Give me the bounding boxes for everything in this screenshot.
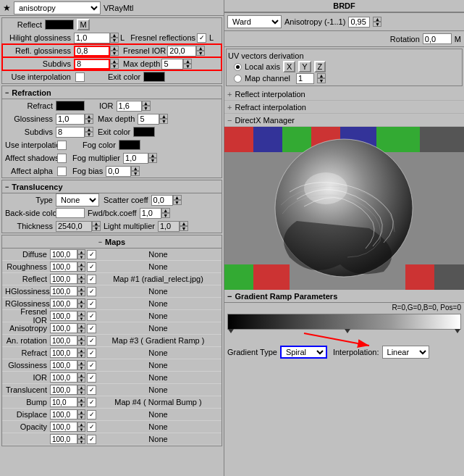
spinner-up[interactable]: ▲ [77, 409, 85, 414]
back-side-color[interactable] [56, 208, 85, 218]
refl-glossiness-input[interactable] [74, 46, 110, 57]
spinner-up[interactable]: ▲ [77, 348, 85, 353]
map-value-input[interactable] [50, 311, 77, 321]
directx-row[interactable]: − DirectX Manager [224, 114, 464, 127]
spinner-up[interactable]: ▲ [77, 286, 85, 291]
max-depth-r-input[interactable] [138, 114, 159, 125]
spinner-down[interactable]: ▼ [110, 38, 119, 43]
spinner-up[interactable]: ▲ [317, 73, 326, 78]
map-value-input[interactable] [50, 262, 77, 272]
spinner-up[interactable]: ▲ [173, 195, 182, 200]
map-checkbox[interactable]: ✓ [87, 262, 96, 272]
max-depth-input[interactable] [161, 59, 183, 70]
spinner-down[interactable]: ▼ [180, 226, 188, 231]
fog-bias-spinner[interactable]: ▲ ▼ [131, 166, 140, 176]
spinner-down[interactable]: ▼ [77, 254, 85, 259]
gloss-spinner[interactable]: ▲ ▼ [85, 114, 93, 124]
map-checkbox[interactable]: ✓ [87, 373, 96, 383]
exit-color-swatch[interactable] [143, 72, 165, 82]
map-value-input[interactable] [50, 434, 77, 444]
map-value-input[interactable] [50, 249, 77, 259]
map-value-input[interactable] [50, 409, 77, 419]
map-spinner[interactable]: ▲ ▼ [77, 360, 85, 370]
spinner-up[interactable]: ▲ [196, 46, 205, 51]
rotation-input[interactable] [423, 33, 452, 44]
spinner-up[interactable]: ▲ [110, 59, 119, 64]
map-spinner[interactable]: ▲ ▼ [77, 348, 85, 358]
map-checkbox[interactable]: ✓ [87, 435, 96, 444]
fresnel-ior-input[interactable] [167, 46, 196, 57]
use-interp-r-checkbox[interactable] [57, 141, 67, 150]
spinner-down[interactable]: ▼ [77, 353, 85, 358]
subdivs-r-spinner[interactable]: ▲ ▼ [85, 127, 93, 137]
spinner-down[interactable]: ▼ [110, 51, 119, 56]
spinner-up[interactable]: ▲ [92, 221, 101, 226]
map-spinner[interactable]: ▲ ▼ [77, 422, 85, 432]
map-name[interactable]: None [98, 287, 219, 296]
spinner-down[interactable]: ▼ [317, 78, 326, 83]
fog-mult-input[interactable] [123, 153, 148, 164]
type-select[interactable]: None [56, 193, 99, 206]
spinner-down[interactable]: ▼ [77, 390, 85, 395]
map-name[interactable]: None [98, 385, 219, 394]
spinner-down[interactable]: ▼ [77, 328, 85, 333]
map-name[interactable]: None [98, 299, 219, 308]
refract-interp-row[interactable]: + Refract interpolation [224, 101, 464, 114]
map-value-input[interactable] [50, 397, 77, 407]
map-spinner[interactable]: ▲ ▼ [77, 397, 85, 407]
map-name[interactable]: Map #1 (radial_relect.jpg) [98, 275, 219, 283]
spinner-down[interactable]: ▼ [77, 427, 85, 432]
map-name[interactable]: None [98, 348, 219, 357]
map-value-input[interactable] [50, 372, 77, 383]
map-name[interactable]: None [98, 435, 219, 443]
ward-dropdown[interactable]: Ward [227, 15, 282, 28]
spinner-up[interactable]: ▲ [77, 372, 85, 377]
spinner-down[interactable]: ▼ [77, 402, 85, 407]
map-spinner[interactable]: ▲ ▼ [77, 323, 85, 333]
max-depth-r-spinner[interactable]: ▲ ▼ [159, 114, 168, 124]
map-channel-input[interactable] [296, 73, 314, 84]
spinner-down[interactable]: ▼ [142, 106, 151, 111]
map-spinner[interactable]: ▲ ▼ [77, 409, 85, 419]
spinner-up[interactable]: ▲ [183, 59, 192, 64]
reflect-color[interactable] [45, 20, 74, 30]
map-spinner[interactable]: ▲ ▼ [77, 335, 85, 346]
ior-spinner[interactable]: ▲ ▼ [142, 101, 151, 111]
map-name[interactable]: None [98, 324, 219, 333]
spinner-up[interactable]: ▲ [131, 166, 140, 171]
thickness-spinner[interactable]: ▲ ▼ [92, 221, 101, 231]
map-checkbox[interactable]: ✓ [87, 348, 96, 358]
map-checkbox[interactable]: ✓ [87, 312, 96, 321]
spinner-down[interactable]: ▼ [77, 316, 85, 321]
spinner-down[interactable]: ▼ [77, 439, 85, 444]
map-channel-radio[interactable] [234, 75, 242, 83]
map-name[interactable]: None [98, 361, 219, 369]
map-value-input[interactable] [50, 323, 77, 333]
map-name[interactable]: None [98, 422, 219, 431]
map-value-input[interactable] [50, 335, 77, 346]
map-value-input[interactable] [50, 274, 77, 284]
map-name[interactable]: None [98, 312, 219, 320]
map-name[interactable]: None [98, 262, 219, 271]
spinner-down[interactable]: ▼ [77, 365, 85, 370]
spinner-up[interactable]: ▲ [77, 323, 85, 328]
spinner-up[interactable]: ▲ [77, 422, 85, 427]
spinner-down[interactable]: ▼ [148, 158, 157, 163]
spinner-down[interactable]: ▼ [92, 226, 101, 231]
map-checkbox[interactable]: ✓ [87, 410, 96, 419]
spinner-up[interactable]: ▲ [85, 114, 93, 119]
map-spinner[interactable]: ▲ ▼ [77, 249, 85, 259]
refl-gloss-spinner[interactable]: ▲ ▼ [110, 46, 119, 56]
fwd-bck-input[interactable] [140, 208, 161, 219]
use-interp-checkbox[interactable] [75, 72, 85, 82]
spinner-up[interactable]: ▲ [77, 274, 85, 279]
gloss-input[interactable] [56, 114, 85, 125]
reflect-interp-row[interactable]: + Reflect interpolation [224, 88, 464, 101]
map-name[interactable]: None [98, 250, 219, 259]
map-spinner[interactable]: ▲ ▼ [77, 311, 85, 321]
map-value-input[interactable] [50, 360, 77, 370]
subdivs-input[interactable] [74, 59, 110, 70]
thickness-input[interactable] [56, 221, 92, 232]
spinner-up[interactable]: ▲ [180, 221, 188, 226]
spinner-up[interactable]: ▲ [148, 153, 157, 158]
